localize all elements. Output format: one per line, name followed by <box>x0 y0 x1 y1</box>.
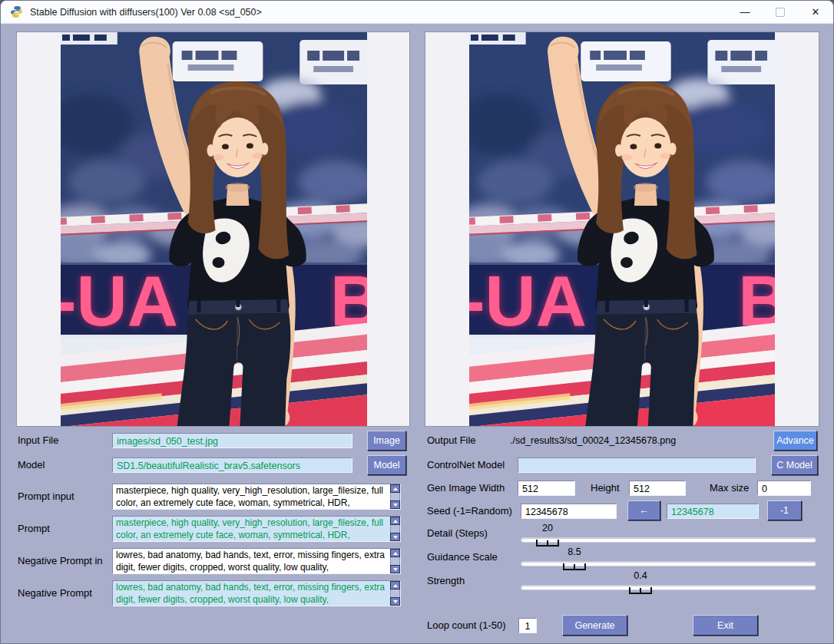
scroll-up-icon[interactable] <box>390 484 400 493</box>
prompt-input-label: Prompt input <box>18 489 74 504</box>
guidance-scale-value: 8.5 <box>568 547 581 557</box>
controlnet-label: ControlNet Model <box>427 457 505 473</box>
exit-button[interactable]: Exit <box>693 615 758 636</box>
gen-width-field[interactable]: 512 <box>518 481 575 496</box>
detail-steps-value: 20 <box>542 523 553 533</box>
strength-row: Strength 0.4 <box>427 570 816 595</box>
slider-track[interactable] <box>521 537 816 543</box>
negative-prompt-box[interactable]: lowres, bad anatomy, bad hands, text, er… <box>112 580 401 606</box>
detail-steps-label: Detail (Steps) <box>427 526 488 541</box>
detail-steps-slider[interactable]: 20 <box>521 523 816 547</box>
scroll-up-icon[interactable] <box>390 549 400 557</box>
input-image <box>61 32 367 426</box>
output-image-canvas <box>425 31 819 427</box>
prompt-input-text[interactable]: masterpiece, high quality, very_high_res… <box>113 484 390 509</box>
detail-steps-row: Detail (Steps) 20 <box>427 523 816 547</box>
advance-button[interactable]: Advance <box>773 431 817 451</box>
negative-prompt-scrollbar[interactable] <box>390 581 400 606</box>
gen-height-label: Height <box>591 481 620 496</box>
input-file-label: Input File <box>18 433 58 448</box>
minimize-button[interactable]: — <box>727 1 763 23</box>
guidance-scale-slider[interactable]: 8.5 <box>521 547 816 571</box>
slider-handle[interactable] <box>629 586 652 594</box>
strength-label: Strength <box>427 573 465 589</box>
title-bar: Stable Diffusion with diffusers(100) Ver… <box>1 1 833 24</box>
negative-prompt-in-text[interactable]: lowres, bad anatomy, bad hands, text, er… <box>113 549 390 573</box>
app-window: Stable Diffusion with diffusers(100) Ver… <box>0 0 834 644</box>
seed-label: Seed (-1=Random) <box>427 504 512 519</box>
model-label: Model <box>18 457 45 473</box>
minimize-icon: — <box>740 6 750 18</box>
strength-value: 0.4 <box>634 570 647 581</box>
slider-handle[interactable] <box>536 538 559 547</box>
seed-random-button[interactable]: -1 <box>767 500 802 520</box>
negative-prompt-in-box[interactable]: lowres, bad anatomy, bad hands, text, er… <box>112 548 401 574</box>
prompt-label: Prompt <box>18 521 50 537</box>
scroll-up-icon[interactable] <box>390 581 400 590</box>
scrollbar-track[interactable] <box>390 557 400 565</box>
output-image <box>469 32 775 426</box>
scrollbar-track[interactable] <box>390 590 400 597</box>
close-icon: ✕ <box>812 6 820 18</box>
prompt-input-scrollbar[interactable] <box>390 484 400 509</box>
input-image-canvas <box>16 31 410 427</box>
scroll-down-icon[interactable] <box>390 565 400 573</box>
image-button[interactable]: Image <box>367 431 406 451</box>
negative-prompt-in-scrollbar[interactable] <box>390 549 400 573</box>
c-model-button[interactable]: C Model <box>771 455 818 475</box>
model-field[interactable]: SD1.5/beautifulRealistic_brav5.safetenso… <box>112 457 352 473</box>
prompt-text[interactable]: masterpiece, high quality, very_high_res… <box>113 517 390 541</box>
seed-field[interactable]: 12345678 <box>521 504 617 519</box>
gen-height-field[interactable]: 512 <box>629 481 686 496</box>
window-title: Stable Diffusion with diffusers(100) Ver… <box>30 7 262 18</box>
close-button[interactable]: ✕ <box>798 1 833 23</box>
generate-button[interactable]: Generate <box>562 615 627 636</box>
loop-count-label: Loop count (1-50) <box>427 618 506 633</box>
last-seed-field[interactable]: 12345678 <box>667 504 759 519</box>
negative-prompt-text[interactable]: lowres, bad anatomy, bad hands, text, er… <box>113 581 390 606</box>
gen-width-label: Gen Image Width <box>427 481 505 496</box>
scroll-down-icon[interactable] <box>390 533 400 541</box>
maximize-icon <box>776 8 785 17</box>
max-size-label: Max size <box>710 481 749 496</box>
scroll-down-icon[interactable] <box>390 500 400 509</box>
controlnet-field[interactable] <box>518 457 756 473</box>
loop-count-field[interactable]: 1 <box>518 618 537 633</box>
prompt-input-box[interactable]: masterpiece, high quality, very_high_res… <box>112 484 401 510</box>
maximize-button[interactable] <box>763 1 798 23</box>
scroll-up-icon[interactable] <box>390 517 400 525</box>
prompt-box[interactable]: masterpiece, high quality, very_high_res… <box>112 516 401 542</box>
model-button[interactable]: Model <box>367 455 406 475</box>
strength-slider[interactable]: 0.4 <box>521 570 816 595</box>
output-file-label: Output File <box>427 433 476 448</box>
seed-copy-button[interactable]: ← <box>627 500 660 520</box>
max-size-field[interactable]: 0 <box>757 481 811 496</box>
guidance-scale-row: Guidance Scale 8.5 <box>427 547 816 571</box>
python-icon <box>10 5 23 18</box>
slider-handle[interactable] <box>563 562 586 570</box>
guidance-scale-label: Guidance Scale <box>427 550 498 565</box>
prompt-scrollbar[interactable] <box>390 517 400 541</box>
slider-track[interactable] <box>521 585 816 590</box>
scrollbar-track[interactable] <box>390 493 400 500</box>
negative-prompt-label: Negative Prompt <box>18 586 92 601</box>
scroll-down-icon[interactable] <box>390 597 400 606</box>
scrollbar-track[interactable] <box>390 525 400 533</box>
input-file-field[interactable]: images/sd_050_test.jpg <box>112 433 352 448</box>
output-file-value: ./sd_results3/sd_00024_12345678.png <box>510 433 676 448</box>
negative-prompt-in-label: Negative Prompt in <box>18 553 103 569</box>
